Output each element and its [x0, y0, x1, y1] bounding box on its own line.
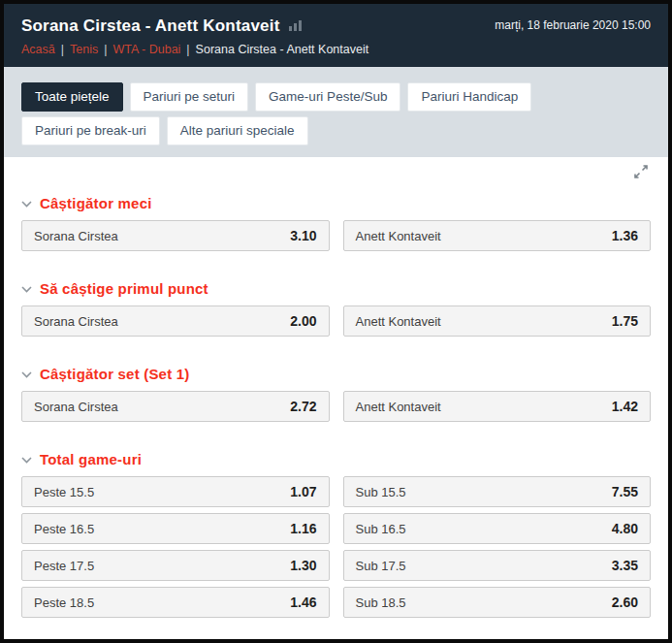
odds-row: Sorana Cirstea2.00Anett Kontaveit1.75	[21, 305, 651, 337]
market-tab[interactable]: Game-uri Peste/Sub	[255, 82, 400, 112]
odds-label: Peste 17.5	[34, 559, 94, 573]
odds-value: 1.36	[612, 228, 638, 243]
market-title: Să câștige primul punct	[40, 280, 208, 297]
odds-label: Sorana Cirstea	[34, 314, 118, 329]
odds-button[interactable]: Anett Kontaveit1.42	[343, 391, 652, 422]
market-section: Total game-uriPeste 15.51.07Sub 15.57.55…	[21, 451, 651, 618]
breadcrumb-separator: |	[186, 43, 189, 56]
odds-grid: Sorana Cirstea2.00Anett Kontaveit1.75	[21, 305, 651, 337]
panel-toolbar	[21, 161, 651, 182]
market-section-header: Să câștige primul punct	[21, 280, 651, 297]
odds-label: Anett Kontaveit	[356, 400, 441, 414]
market-tab[interactable]: Pariuri Handicap	[407, 82, 531, 112]
odds-label: Sorana Cirstea	[34, 229, 118, 243]
odds-value: 4.80	[612, 521, 638, 536]
market-section-header: Câștigător meci	[21, 195, 651, 211]
market-section: Câștigător set (Set 1)Sorana Cirstea2.72…	[21, 366, 651, 422]
odds-grid: Peste 15.51.07Sub 15.57.55Peste 16.51.16…	[21, 476, 651, 618]
market-tab[interactable]: Pariuri pe seturi	[130, 82, 249, 112]
market-section: Câștigător meciSorana Cirstea3.10Anett K…	[21, 195, 651, 251]
odds-value: 3.35	[612, 558, 638, 573]
odds-label: Anett Kontaveit	[356, 229, 441, 243]
market-tabs: Toate piețelePariuri pe seturiGame-uri P…	[4, 67, 668, 157]
market-tab[interactable]: Alte pariuri speciale	[167, 116, 308, 145]
odds-label: Peste 18.5	[34, 595, 94, 610]
odds-button[interactable]: Sorana Cirstea2.00	[21, 305, 330, 337]
expand-icon[interactable]	[631, 162, 651, 181]
odds-value: 3.10	[290, 228, 316, 243]
odds-button[interactable]: Peste 15.51.07	[21, 476, 330, 507]
breadcrumb-link[interactable]: Tenis	[70, 43, 98, 56]
odds-label: Peste 15.5	[34, 485, 94, 499]
odds-button[interactable]: Sub 16.54.80	[343, 513, 652, 544]
odds-value: 1.46	[290, 595, 316, 610]
odds-button[interactable]: Sorana Cirstea3.10	[21, 220, 330, 251]
match-page: Sorana Cirstea - Anett Kontaveit marți, …	[0, 0, 672, 643]
breadcrumb-link[interactable]: Acasă	[21, 43, 55, 56]
breadcrumb-current: Sorana Cirstea - Anett Kontaveit	[196, 43, 369, 56]
odds-label: Sub 18.5	[356, 595, 406, 610]
odds-label: Sub 15.5	[356, 485, 406, 499]
match-datetime: marți, 18 februarie 2020 15:00	[495, 16, 651, 32]
match-header: Sorana Cirstea - Anett Kontaveit marți, …	[4, 4, 668, 67]
odds-row: Sorana Cirstea2.72Anett Kontaveit1.42	[21, 391, 651, 422]
odds-grid: Sorana Cirstea2.72Anett Kontaveit1.42	[21, 391, 651, 422]
market-section-header: Total game-uri	[21, 451, 651, 467]
odds-row: Peste 18.51.46Sub 18.52.60	[21, 587, 651, 618]
breadcrumb-separator: |	[104, 43, 107, 56]
breadcrumb-link[interactable]: WTA - Dubai	[112, 43, 180, 56]
odds-value: 1.07	[290, 484, 316, 499]
page-title: Sorana Cirstea - Anett Kontaveit	[21, 16, 280, 36]
odds-grid: Sorana Cirstea3.10Anett Kontaveit1.36	[21, 220, 651, 251]
market-title: Total game-uri	[40, 451, 142, 467]
bar-chart-icon	[289, 20, 302, 33]
market-section: Să câștige primul punctSorana Cirstea2.0…	[21, 280, 651, 337]
odds-row: Peste 16.51.16Sub 16.54.80	[21, 513, 651, 544]
odds-value: 2.60	[612, 595, 638, 610]
odds-label: Anett Kontaveit	[356, 314, 441, 329]
odds-button[interactable]: Peste 16.51.16	[21, 513, 330, 544]
odds-value: 1.30	[290, 558, 316, 573]
odds-button[interactable]: Peste 17.51.30	[21, 550, 330, 581]
odds-value: 2.00	[290, 313, 316, 329]
odds-value: 1.16	[290, 521, 316, 536]
odds-button[interactable]: Sorana Cirstea2.72	[21, 391, 330, 422]
odds-row: Peste 17.51.30Sub 17.53.35	[21, 550, 651, 581]
odds-row: Peste 15.51.07Sub 15.57.55	[21, 476, 651, 507]
market-tab[interactable]: Toate piețele	[21, 82, 123, 112]
chevron-down-icon[interactable]	[21, 370, 32, 378]
market-section-header: Câștigător set (Set 1)	[21, 366, 651, 382]
chevron-down-icon[interactable]	[21, 455, 32, 464]
markets-panel: Câștigător meciSorana Cirstea3.10Anett K…	[4, 157, 668, 639]
odds-button[interactable]: Peste 18.51.46	[21, 587, 330, 618]
odds-button[interactable]: Anett Kontaveit1.36	[343, 220, 652, 251]
chevron-down-icon[interactable]	[21, 199, 32, 208]
odds-button[interactable]: Sub 18.52.60	[343, 587, 652, 618]
odds-value: 1.75	[612, 313, 638, 329]
odds-button[interactable]: Sub 17.53.35	[343, 550, 652, 581]
odds-row: Sorana Cirstea3.10Anett Kontaveit1.36	[21, 220, 651, 251]
odds-button[interactable]: Anett Kontaveit1.75	[343, 305, 652, 337]
odds-value: 7.55	[612, 484, 638, 499]
odds-label: Sorana Cirstea	[34, 400, 118, 414]
odds-label: Sub 17.5	[356, 559, 406, 573]
market-title: Câștigător set (Set 1)	[40, 366, 189, 382]
chevron-down-icon[interactable]	[21, 284, 32, 293]
odds-label: Peste 16.5	[34, 522, 94, 536]
odds-value: 2.72	[290, 399, 316, 414]
odds-value: 1.42	[612, 399, 638, 414]
market-title: Câștigător meci	[40, 195, 152, 211]
market-tab[interactable]: Pariuri pe break-uri	[21, 116, 160, 145]
odds-button[interactable]: Sub 15.57.55	[343, 476, 652, 507]
breadcrumb: Acasă|Tenis|WTA - Dubai|Sorana Cirstea -…	[21, 43, 651, 56]
markets: Câștigător meciSorana Cirstea3.10Anett K…	[21, 195, 651, 618]
odds-label: Sub 16.5	[356, 522, 406, 536]
breadcrumb-separator: |	[61, 43, 64, 56]
